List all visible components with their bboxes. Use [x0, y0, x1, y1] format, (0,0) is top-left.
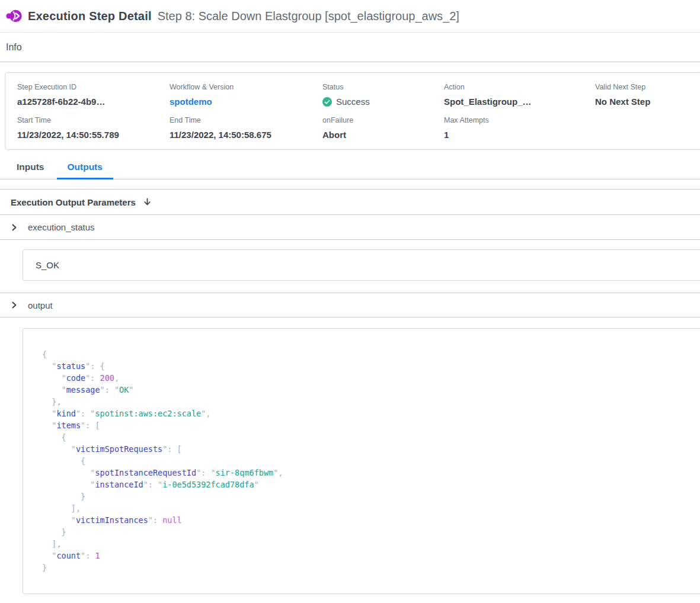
json-code: { "status": { "code": 200, "message": "O… [42, 348, 695, 573]
field-workflow-version: Workflow & Version spotdemo [170, 83, 322, 107]
group-row-execution-status[interactable]: execution_status [0, 215, 700, 240]
tab-outputs[interactable]: Outputs [57, 162, 113, 179]
field-value: Abort [322, 130, 444, 140]
download-arrow-icon[interactable] [143, 198, 152, 207]
field-action: Action Spot_Elastigroup_… [444, 83, 595, 107]
chevron-right-icon [11, 302, 18, 309]
field-value: a125728f-6b22-4b9… [17, 97, 170, 107]
field-label: Workflow & Version [170, 83, 322, 91]
field-label: Action [444, 83, 595, 91]
field-empty [595, 116, 700, 140]
status-value: Success [322, 97, 444, 107]
field-end-time: End Time 11/23/2022, 14:50:58.675 [170, 116, 322, 140]
success-check-icon [322, 97, 332, 107]
execution-output-parameters-title: Execution Output Parameters [11, 197, 136, 207]
group-name: output [28, 300, 53, 310]
page-subtitle: Step 8: Scale Down Elastgroup [spot_elas… [158, 9, 459, 23]
itential-logo-icon [6, 8, 22, 24]
status-text: Success [336, 97, 370, 107]
field-label: Start Time [17, 116, 170, 124]
field-label: Status [322, 83, 444, 91]
field-value: 11/23/2022, 14:50:55.789 [17, 130, 170, 140]
info-card: Step Execution ID a125728f-6b22-4b9… Wor… [5, 72, 700, 150]
field-max-attempts: Max Attempts 1 [444, 116, 595, 140]
field-label: End Time [170, 116, 322, 124]
info-section-label: Info [0, 33, 700, 62]
chevron-right-icon [11, 224, 18, 231]
execution-step-detail-page: Execution Step Detail Step 8: Scale Down… [0, 0, 700, 603]
tab-inputs[interactable]: Inputs [9, 162, 53, 179]
tab-bar: Inputs Outputs [0, 162, 700, 179]
field-start-time: Start Time 11/23/2022, 14:50:55.789 [17, 116, 170, 140]
workflow-link[interactable]: spotdemo [170, 97, 322, 107]
field-valid-next-step: Valid Next Step No Next Step [595, 83, 700, 107]
field-value: 1 [444, 130, 595, 140]
field-label: Valid Next Step [595, 83, 700, 91]
field-label: Step Execution ID [17, 83, 170, 91]
output-json-box: { "status": { "code": 200, "message": "O… [23, 328, 700, 594]
execution-output-parameters-header: Execution Output Parameters [0, 189, 700, 215]
group-name: execution_status [28, 222, 95, 232]
field-value: 11/23/2022, 14:50:58.675 [170, 130, 322, 140]
field-step-execution-id: Step Execution ID a125728f-6b22-4b9… [17, 83, 170, 107]
field-value: No Next Step [595, 97, 700, 107]
execution-status-value-box: S_OK [23, 249, 700, 281]
execution-status-value: S_OK [36, 260, 59, 270]
field-label: onFailure [322, 116, 444, 124]
field-onfailure: onFailure Abort [322, 116, 444, 140]
group-row-output[interactable]: output [0, 293, 700, 317]
field-value: Spot_Elastigroup_… [444, 97, 595, 107]
field-status: Status Success [322, 83, 444, 107]
page-title: Execution Step Detail [28, 9, 152, 23]
page-header: Execution Step Detail Step 8: Scale Down… [0, 0, 700, 33]
field-label: Max Attempts [444, 116, 595, 124]
